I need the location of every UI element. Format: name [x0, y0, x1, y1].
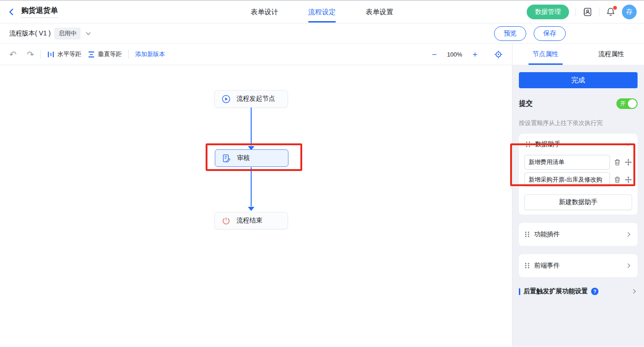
vertical-spacing-icon [88, 51, 95, 58]
tab-form-config[interactable]: 表单设置 [366, 0, 393, 23]
section-function-plugin[interactable]: 功能插件 [519, 223, 638, 246]
data-assistant-item: 新增费用清单 [524, 155, 632, 170]
address-book-icon[interactable] [582, 7, 592, 17]
save-button[interactable]: 保存 [534, 26, 566, 41]
avatar[interactable]: 存 [622, 5, 637, 19]
flow-canvas-area: ↶ ↷ 水平等距 垂直等距 添加新版本 [0, 44, 512, 347]
delete-icon[interactable] [614, 176, 621, 183]
data-assistant-title: 数据助手 [535, 140, 621, 148]
post-trigger-settings[interactable]: 后置触发扩展功能设置 ? [519, 287, 638, 296]
submit-toggle[interactable]: 开 [616, 98, 638, 109]
canvas-toolbar: ↶ ↷ 水平等距 垂直等距 添加新版本 [0, 44, 512, 65]
zoom-level: 100% [447, 51, 462, 58]
properties-panel: 节点属性 流程属性 完成 提交 开 按设置顺序从上往下依次执行完 [512, 44, 644, 347]
move-icon[interactable] [625, 176, 632, 183]
document-edit-icon [222, 154, 231, 163]
main-tabs: 表单设计 流程设定 表单设置 [251, 0, 393, 23]
divider [40, 50, 41, 59]
flow-node-start[interactable]: 流程发起节点 [214, 90, 288, 108]
tab-flow-settings[interactable]: 流程设定 [308, 0, 336, 23]
panel-tabs: 节点属性 流程属性 [512, 44, 644, 65]
tab-form-design[interactable]: 表单设计 [251, 0, 278, 23]
toggle-on-text: 开 [620, 100, 626, 108]
section-label: 功能插件 [534, 230, 621, 239]
flow-version-label: 流程版本( V1 ) [9, 29, 51, 38]
redo-icon[interactable]: ↷ [27, 50, 34, 59]
version-dropdown-icon[interactable] [85, 30, 92, 37]
section-label: 前端事件 [534, 262, 621, 270]
power-icon [222, 216, 230, 225]
tab-flow-properties[interactable]: 流程属性 [578, 44, 644, 65]
flow-node-review[interactable]: 审核 [215, 149, 288, 167]
node-label: 流程发起节点 [236, 95, 275, 103]
flow-diagram: 流程发起节点 审核 [0, 65, 512, 347]
chevron-down-icon[interactable] [625, 141, 631, 148]
data-assistant-item-name[interactable]: 新增采购开票-出库及修改购 [524, 172, 610, 187]
drag-handle-icon[interactable] [524, 231, 530, 238]
flow-edge [251, 167, 252, 206]
delete-icon[interactable] [614, 159, 621, 166]
node-label: 审核 [237, 154, 250, 162]
top-header: 购货退货单 表单设计 流程设定 表单设置 数据管理 存 [0, 0, 644, 23]
back-icon[interactable] [7, 8, 16, 16]
page-title[interactable]: 购货退货单 [21, 6, 58, 18]
chevron-right-icon [631, 288, 638, 295]
divider [128, 50, 129, 59]
data-manage-button[interactable]: 数据管理 [527, 5, 569, 19]
complete-button[interactable]: 完成 [519, 72, 638, 88]
horizontal-spacing-button[interactable]: 水平等距 [47, 50, 81, 58]
divider [575, 7, 576, 17]
node-label: 流程结束 [236, 216, 262, 225]
move-icon[interactable] [625, 159, 632, 166]
chevron-right-icon [626, 262, 632, 269]
vertical-spacing-button[interactable]: 垂直等距 [88, 50, 122, 58]
drag-handle-icon[interactable] [525, 141, 531, 148]
data-assistant-card: 数据助手 新增费用清单 [519, 134, 638, 215]
section-frontend-events[interactable]: 前端事件 [519, 254, 638, 277]
toggle-knob [628, 99, 637, 108]
data-assistant-item: 新增采购开票-出库及修改购 [524, 172, 632, 187]
section-accent-bar [519, 288, 520, 295]
tab-node-properties[interactable]: 节点属性 [512, 44, 578, 65]
horizontal-spacing-icon [47, 51, 54, 58]
notification-bell-icon[interactable] [606, 7, 615, 17]
undo-icon[interactable]: ↶ [9, 50, 17, 59]
flow-edge-arrowhead [248, 207, 254, 211]
notification-badge [613, 6, 617, 10]
data-assistant-item-name[interactable]: 新增费用清单 [524, 155, 610, 170]
flow-edge [251, 108, 252, 146]
zoom-out-icon[interactable]: − [432, 50, 437, 59]
divider [599, 7, 599, 17]
zoom-in-icon[interactable]: + [472, 50, 477, 59]
play-circle-icon [222, 95, 230, 103]
locate-center-icon[interactable] [494, 50, 503, 59]
add-new-version-link[interactable]: 添加新版本 [135, 50, 165, 58]
chevron-right-icon [626, 231, 632, 238]
execution-order-hint: 按设置顺序从上往下依次执行完 [519, 119, 638, 127]
submit-label: 提交 [519, 99, 533, 108]
preview-button[interactable]: 预览 [494, 26, 526, 41]
version-bar: 流程版本( V1 ) 启用中 预览 保存 [0, 23, 644, 44]
help-icon[interactable]: ? [591, 288, 598, 295]
new-data-assistant-button[interactable]: 新建数据助手 [524, 194, 632, 210]
flow-node-end[interactable]: 流程结束 [214, 212, 288, 229]
post-trigger-label: 后置触发扩展功能设置 [523, 287, 588, 296]
drag-handle-icon[interactable] [524, 262, 530, 269]
status-badge: 启用中 [54, 28, 80, 40]
